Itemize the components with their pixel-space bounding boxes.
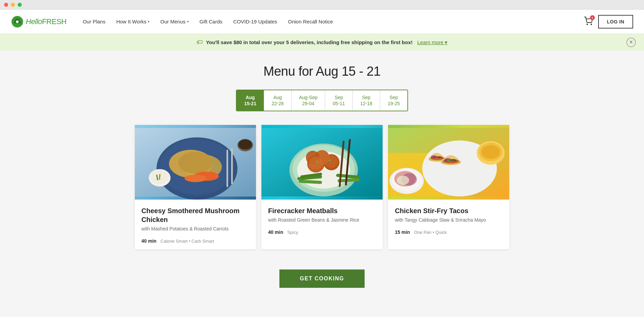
svg-point-15 [184, 175, 206, 182]
meal-title-3: Chicken Stir-Fry Tacos [395, 206, 502, 215]
nav-item-gift-cards[interactable]: Gift Cards [194, 10, 228, 34]
close-icon: × [629, 39, 633, 46]
meal-body-1: Cheesy Smothered Mushroom Chicken with M… [135, 200, 256, 249]
tab-aug-sep-29-04[interactable]: Aug-Sep 29-04 [292, 90, 325, 111]
chevron-down-icon: ▾ [187, 20, 189, 23]
meal-tags-3: One Pan • Quick [414, 230, 447, 235]
meals-grid: Cheesy Smothered Mushroom Chicken with M… [118, 125, 526, 249]
get-cooking-button[interactable]: GET COOKING [279, 269, 364, 288]
minimize-window-button[interactable] [11, 3, 15, 7]
date-tabs: Aug 15-21 Aug 22-28 Aug-Sep 29-04 Sep 05… [0, 90, 644, 111]
meal-tags-2: Spicy [287, 230, 298, 235]
meal-image-svg-1 [135, 125, 256, 200]
tab-sep-05-11[interactable]: Sep 05-11 [325, 90, 353, 111]
meal-subtitle-1: with Mashed Potatoes & Roasted Carrots [142, 226, 249, 231]
meal-body-3: Chicken Stir-Fry Tacos with Tangy Cabbag… [388, 200, 509, 240]
meal-image-2 [261, 125, 383, 200]
meal-card-2: Firecracker Meatballs with Roasted Green… [261, 125, 383, 249]
promo-text: You'll save $80 in total over your 5 del… [206, 39, 412, 45]
meal-body-2: Firecracker Meatballs with Roasted Green… [261, 200, 383, 240]
tab-aug-22-28[interactable]: Aug 22-28 [264, 90, 292, 111]
svg-point-4 [16, 20, 19, 23]
meal-card-3: Chicken Stir-Fry Tacos with Tangy Cabbag… [388, 125, 509, 249]
promo-banner: 🏷 You'll save $80 in total over your 5 d… [0, 34, 644, 51]
svg-point-42 [316, 161, 317, 163]
cta-wrap: GET COOKING [0, 263, 644, 295]
nav-item-onion-recall[interactable]: Onion Recall Notice [282, 10, 338, 34]
svg-rect-17 [231, 148, 233, 184]
cart-badge: 1 [590, 15, 595, 20]
meal-meta-2: 40 min Spicy [268, 229, 376, 235]
meal-meta-1: 40 min Calorie Smart • Carb Smart [142, 238, 249, 244]
svg-point-61 [481, 145, 500, 159]
meal-tags-1: Calorie Smart • Carb Smart [161, 239, 214, 244]
meal-title-2: Firecracker Meatballs [268, 206, 376, 215]
logo-text: HelloFRESH [26, 17, 67, 26]
svg-point-23 [238, 139, 252, 149]
meal-title-1: Cheesy Smothered Mushroom Chicken [142, 206, 249, 224]
svg-point-43 [329, 160, 331, 161]
nav-links: Our Plans How It Works ▾ Our Menus ▾ Gif… [77, 10, 584, 34]
cart-button[interactable]: 1 [584, 17, 593, 27]
meal-time-1: 40 min [142, 238, 157, 244]
svg-point-53 [431, 155, 437, 158]
chevron-down-icon: ▾ [148, 20, 149, 23]
svg-point-66 [397, 176, 409, 185]
svg-point-67 [447, 160, 450, 161]
svg-point-44 [323, 157, 324, 158]
meal-subtitle-3: with Tangy Cabbage Slaw & Sriracha Mayo [395, 217, 502, 223]
logo[interactable]: HelloFRESH [11, 15, 67, 28]
window-chrome [0, 0, 644, 10]
svg-point-34 [325, 155, 338, 168]
meal-image-3 [388, 125, 509, 200]
nav-item-our-plans[interactable]: Our Plans [77, 10, 111, 34]
close-window-button[interactable] [4, 3, 8, 7]
svg-point-33 [309, 156, 323, 170]
menu-title: Menu for Aug 15 - 21 [0, 64, 644, 79]
maximize-window-button[interactable] [18, 3, 22, 7]
meal-image-1 [135, 125, 256, 200]
meal-time-3: 15 min [395, 229, 410, 235]
meal-image-svg-3 [388, 125, 509, 200]
logo-icon [11, 15, 24, 28]
svg-point-6 [591, 24, 591, 24]
login-button[interactable]: LOG IN [598, 15, 633, 29]
tab-sep-12-18[interactable]: Sep 12-18 [353, 90, 380, 111]
svg-point-52 [437, 156, 442, 158]
learn-more-link[interactable]: Learn more ▾ [417, 39, 447, 45]
svg-point-5 [587, 24, 587, 24]
meal-subtitle-2: with Roasted Green Beans & Jasmine Rice [268, 217, 376, 223]
banner-close-button[interactable]: × [626, 38, 636, 47]
tab-sep-19-25[interactable]: Sep 19-25 [380, 90, 407, 111]
svg-point-68 [452, 160, 455, 162]
nav-item-how-it-works[interactable]: How It Works ▾ [111, 10, 155, 34]
tabs-container: Aug 15-21 Aug 22-28 Aug-Sep 29-04 Sep 05… [236, 90, 408, 111]
meal-card-1: Cheesy Smothered Mushroom Chicken with M… [135, 125, 256, 249]
tag-icon: 🏷 [197, 39, 203, 46]
meal-time-2: 40 min [268, 229, 283, 235]
nav-item-covid-updates[interactable]: COVID-19 Updates [228, 10, 282, 34]
tab-aug-15-21[interactable]: Aug 15-21 [237, 90, 264, 111]
svg-point-13 [178, 152, 213, 174]
svg-rect-16 [226, 150, 228, 187]
meal-meta-3: 15 min One Pan • Quick [395, 229, 502, 235]
nav-right: 1 LOG IN [584, 15, 633, 29]
nav-item-our-menus[interactable]: Our Menus ▾ [155, 10, 194, 34]
navbar: HelloFRESH Our Plans How It Works ▾ Our … [0, 10, 644, 34]
main-content: Menu for Aug 15 - 21 Aug 15-21 Aug 22-28… [0, 51, 644, 317]
meal-image-svg-2 [261, 125, 383, 200]
